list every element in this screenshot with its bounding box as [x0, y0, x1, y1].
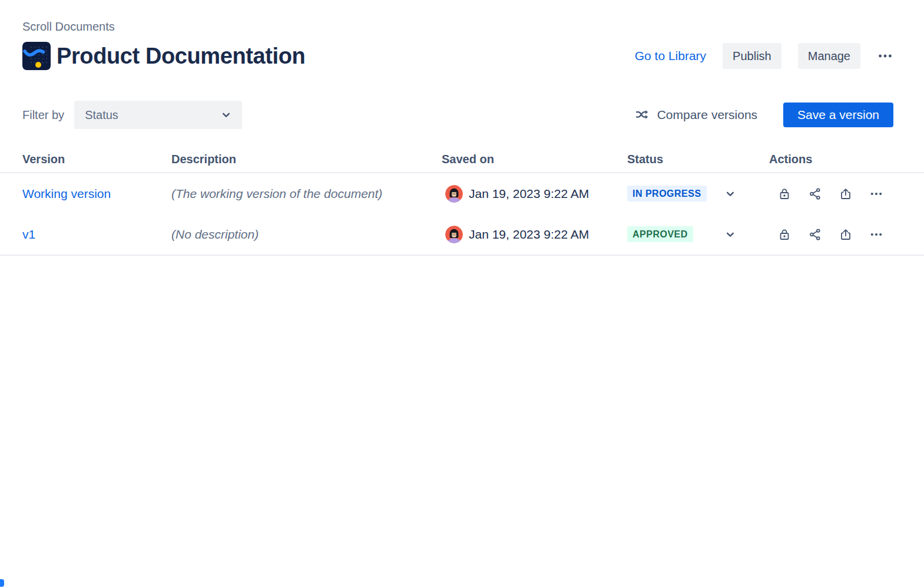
more-icon: [869, 187, 883, 201]
status-dropdown-button[interactable]: [722, 226, 738, 243]
status-dropdown-button[interactable]: [722, 186, 738, 202]
version-description: (No description): [171, 227, 442, 242]
status-badge: APPROVED: [627, 226, 693, 242]
header-more-button[interactable]: [877, 48, 893, 64]
page-header: Product Documentation Go to Library Publ…: [22, 42, 893, 70]
chevron-down-icon: [218, 107, 234, 123]
more-icon: [877, 48, 893, 64]
table-header: Version Description Saved on Status Acti…: [0, 153, 924, 172]
chevron-down-icon: [723, 227, 738, 242]
toolbar: Filter by Status Compare versions Save a…: [22, 101, 893, 129]
saved-on-timestamp: Jan 19, 2023 9:22 AM: [469, 187, 589, 201]
go-to-library-link[interactable]: Go to Library: [635, 49, 706, 63]
compare-versions-button[interactable]: Compare versions: [634, 107, 757, 123]
page-title: Product Documentation: [57, 44, 305, 69]
save-version-button[interactable]: Save a version: [783, 103, 893, 127]
saved-on-timestamp: Jan 19, 2023 9:22 AM: [469, 227, 589, 242]
share-icon: [808, 227, 822, 242]
column-header-version: Version: [22, 153, 171, 166]
bottom-left-accent: [0, 579, 4, 587]
column-header-status: Status: [627, 153, 769, 166]
export-icon: [839, 227, 853, 242]
status-badge: IN PROGRESS: [627, 186, 707, 201]
user-avatar: [445, 226, 463, 243]
export-icon: [839, 187, 853, 201]
export-version-button[interactable]: [839, 187, 853, 201]
share-icon: [808, 187, 822, 201]
lock-icon: [777, 187, 791, 201]
publish-button[interactable]: Publish: [723, 43, 781, 69]
more-icon: [869, 227, 883, 242]
lock-icon: [777, 227, 791, 242]
scroll-documents-app-icon: [22, 42, 51, 70]
table-bottom-divider: [0, 255, 924, 256]
table-row: v1 (No description) Jan 19, 2023 9:22 AM…: [0, 214, 924, 255]
version-link[interactable]: v1: [22, 227, 35, 241]
version-description: (The working version of the document): [171, 187, 442, 201]
share-version-button[interactable]: [808, 227, 822, 242]
lock-version-button[interactable]: [777, 187, 791, 201]
version-link[interactable]: Working version: [22, 187, 111, 200]
status-filter-select[interactable]: Status: [74, 101, 242, 129]
chevron-down-icon: [723, 186, 738, 201]
shuffle-icon: [634, 107, 650, 123]
lock-version-button[interactable]: [777, 227, 791, 242]
row-more-button[interactable]: [869, 227, 883, 242]
manage-button[interactable]: Manage: [798, 43, 860, 69]
breadcrumb: Scroll Documents: [22, 0, 924, 34]
column-header-saved-on: Saved on: [442, 153, 627, 166]
column-header-actions: Actions: [769, 153, 893, 166]
user-avatar: [445, 185, 463, 203]
table-row: Working version (The working version of …: [0, 173, 924, 214]
filter-by-label: Filter by: [22, 108, 64, 122]
status-filter-value: Status: [85, 108, 118, 122]
column-header-description: Description: [171, 153, 442, 166]
export-version-button[interactable]: [839, 227, 853, 242]
row-more-button[interactable]: [869, 187, 883, 201]
compare-versions-label: Compare versions: [657, 108, 757, 122]
share-version-button[interactable]: [808, 187, 822, 201]
